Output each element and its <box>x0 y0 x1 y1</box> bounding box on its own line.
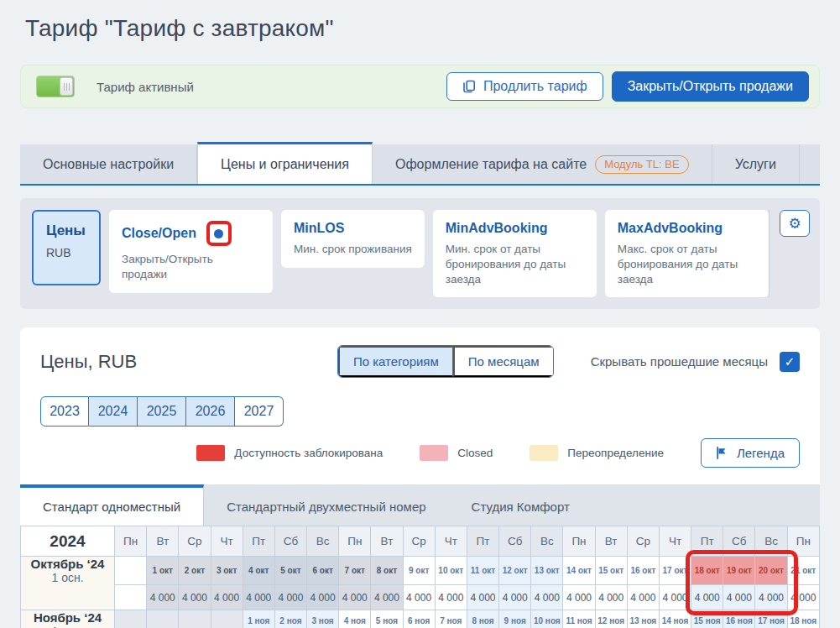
price-cell[interactable]: 4 000 <box>147 585 179 610</box>
date-cell[interactable]: 7 окт <box>339 557 371 585</box>
price-cell[interactable]: 4 000 <box>755 585 787 610</box>
date-cell[interactable]: 5 ноя <box>371 610 403 628</box>
price-cell[interactable]: 4 000 <box>403 585 435 610</box>
legend-swatch <box>530 445 558 461</box>
date-cell[interactable]: 10 ноя <box>531 610 563 628</box>
page-title: Тариф "Тариф с завтраком" <box>25 15 820 42</box>
price-cell[interactable]: 4 000 <box>563 585 595 610</box>
date-cell[interactable]: 15 окт <box>595 557 627 585</box>
year-tab-2027[interactable]: 2027 <box>235 396 284 427</box>
restriction-card-minlos[interactable]: MinLOSМин. срок проживания <box>281 210 425 268</box>
date-cell[interactable]: 3 окт <box>211 557 243 585</box>
main-tabs: Основные настройкиЦены и ограниченияОфор… <box>20 144 820 186</box>
price-cell[interactable]: 4 000 <box>179 585 211 610</box>
date-cell[interactable]: 11 окт <box>467 557 498 585</box>
month-name: Ноябрь ‘24 <box>21 610 114 625</box>
view-mode-toggle: По категориямПо месяцам <box>337 345 554 378</box>
price-cell[interactable]: 4 000 <box>467 585 498 610</box>
restriction-card-maxadvbooking[interactable]: MaxAdvBookingМакс. срок от даты брониров… <box>605 210 769 297</box>
date-cell[interactable]: 15 ноя <box>691 610 723 628</box>
date-cell[interactable]: 18 окт <box>691 557 723 585</box>
date-cell[interactable]: 14 окт <box>563 557 595 585</box>
date-cell[interactable]: 3 ноя <box>307 610 339 628</box>
hide-past-months[interactable]: Скрывать прошедшие месяцы ✓ <box>591 352 800 372</box>
price-cell[interactable]: 4 000 <box>435 585 467 610</box>
price-cell[interactable]: 4 000 <box>243 585 274 610</box>
price-cell[interactable]: 4 000 <box>723 585 755 610</box>
date-cell[interactable]: 12 окт <box>499 557 531 585</box>
hide-past-checkbox[interactable]: ✓ <box>780 352 800 372</box>
restriction-card-minadvbooking[interactable]: MinAdvBookingМин. срок от даты бронирова… <box>433 210 597 297</box>
price-cell[interactable]: 4 000 <box>307 585 339 610</box>
date-cell[interactable]: 18 ноя <box>787 610 819 628</box>
date-cell[interactable]: 9 окт <box>403 557 435 585</box>
date-cell[interactable]: 12 ноя <box>595 610 627 628</box>
tab-1[interactable]: Основные настройки <box>20 144 197 184</box>
date-cell[interactable]: 10 окт <box>435 557 467 585</box>
date-cell[interactable]: 16 окт <box>627 557 659 585</box>
legend-item: Переопределение <box>530 445 664 461</box>
price-cell[interactable]: 4 000 <box>499 585 531 610</box>
year-tab-2024[interactable]: 2024 <box>89 396 138 427</box>
extend-tariff-button[interactable]: Продлить тариф <box>446 72 603 101</box>
date-cell[interactable]: 17 окт <box>659 557 691 585</box>
date-cell[interactable]: 20 окт <box>755 557 787 585</box>
price-cell[interactable]: 4 000 <box>339 585 371 610</box>
date-cell[interactable]: 14 ноя <box>659 610 691 628</box>
restrictions-settings-button[interactable]: ⚙ <box>780 210 810 237</box>
check-icon: ✓ <box>785 354 796 369</box>
date-cell[interactable]: 21 окт <box>787 557 819 585</box>
date-cell[interactable]: 4 ноя <box>339 610 371 628</box>
weekday-header: Пн <box>339 526 371 557</box>
date-cell[interactable]: 9 ноя <box>499 610 531 628</box>
date-cell[interactable]: 5 окт <box>274 557 306 585</box>
view-toggle-1[interactable]: По категориям <box>338 346 453 377</box>
price-cell[interactable]: 4 000 <box>211 585 243 610</box>
date-cell[interactable]: 13 окт <box>531 557 563 585</box>
tab-4[interactable]: Услуги <box>712 144 800 184</box>
tab-2[interactable]: Цены и ограничения <box>197 142 373 184</box>
date-cell[interactable]: 11 ноя <box>563 610 595 628</box>
price-cell[interactable]: 4 000 <box>659 585 691 610</box>
date-cell[interactable]: 6 окт <box>307 557 339 585</box>
date-cell[interactable]: 8 ноя <box>467 610 498 628</box>
price-value: 4 000 <box>182 592 207 604</box>
tab-3[interactable]: Оформление тарифа на сайтеМодуль TL: BE <box>373 144 712 184</box>
year-tab-2023[interactable]: 2023 <box>40 396 89 427</box>
prices-panel: Цены, RUB По категориямПо месяцам Скрыва… <box>20 327 820 628</box>
category-tab-3[interactable]: Студия Комфорт <box>449 487 592 526</box>
date-cell[interactable]: 19 окт <box>723 557 755 585</box>
weekday-header: Чт <box>435 526 467 557</box>
empty-cell <box>211 610 243 628</box>
date-cell[interactable]: 7 ноя <box>435 610 467 628</box>
price-cell[interactable]: 4 000 <box>691 585 723 610</box>
date-cell[interactable]: 13 ноя <box>627 610 659 628</box>
date-cell[interactable]: 17 ноя <box>755 610 787 628</box>
date-cell[interactable]: 2 ноя <box>274 610 306 628</box>
date-cell[interactable]: 2 окт <box>179 557 211 585</box>
year-tab-2026[interactable]: 2026 <box>186 396 235 427</box>
date-cell[interactable]: 8 окт <box>371 557 403 585</box>
price-cell[interactable]: 4 000 <box>595 585 627 610</box>
restriction-card-цены[interactable]: ЦеныRUB <box>32 210 101 285</box>
price-cell[interactable]: 4 000 <box>274 585 306 610</box>
date-cell[interactable]: 16 ноя <box>723 610 755 628</box>
date-cell[interactable]: 6 ноя <box>403 610 435 628</box>
category-tab-1[interactable]: Стандарт одноместный <box>20 484 204 526</box>
weekday-header: Пн <box>563 526 595 557</box>
year-tab-2025[interactable]: 2025 <box>138 396 186 427</box>
price-cell[interactable]: 4 000 <box>531 585 563 610</box>
date-cell[interactable]: 1 ноя <box>243 610 274 628</box>
tariff-active-toggle[interactable] <box>36 76 75 97</box>
date-cell[interactable]: 1 окт <box>147 557 179 585</box>
price-cell[interactable]: 4 000 <box>627 585 659 610</box>
date-label: 14 окт <box>566 566 592 575</box>
date-cell[interactable]: 4 окт <box>243 557 274 585</box>
close-open-sales-button[interactable]: Закрыть/Открыть продажи <box>612 71 809 102</box>
category-tab-2[interactable]: Стандартный двухместный номер <box>204 487 448 526</box>
price-cell[interactable]: 4 000 <box>371 585 403 610</box>
legend-button[interactable]: Легенда <box>701 438 800 468</box>
view-toggle-2[interactable]: По месяцам <box>453 346 553 377</box>
restriction-card-close-open[interactable]: Close/OpenЗакрыть/Открыть продажи <box>109 210 273 293</box>
price-cell[interactable]: 4 000 <box>787 585 819 610</box>
